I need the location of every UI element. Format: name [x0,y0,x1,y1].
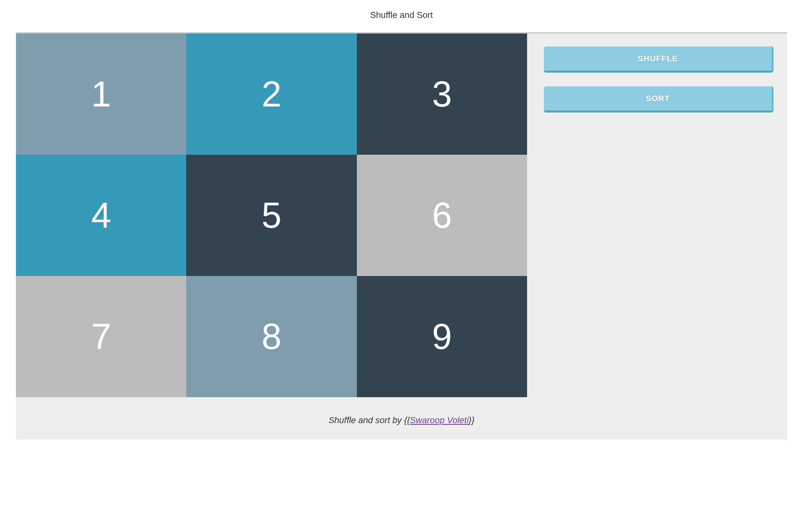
tile-6[interactable]: 6 [357,155,527,276]
main-container: 1 2 3 4 5 6 7 8 9 SHUFFLE SORT Shuffle a… [16,32,787,439]
content-row: 1 2 3 4 5 6 7 8 9 SHUFFLE SORT [16,33,787,397]
tile-2[interactable]: 2 [186,33,356,155]
author-brace-close: }} [468,415,474,425]
tile-8[interactable]: 8 [186,276,356,397]
tile-9[interactable]: 9 [357,276,527,397]
tile-grid: 1 2 3 4 5 6 7 8 9 [16,33,527,397]
tile-7[interactable]: 7 [16,276,186,397]
shuffle-button[interactable]: SHUFFLE [544,46,773,73]
tile-3[interactable]: 3 [357,33,527,155]
tile-1[interactable]: 1 [16,33,186,155]
tile-4[interactable]: 4 [16,155,186,276]
page-title: Shuffle and Sort [0,0,803,32]
sort-button[interactable]: SORT [544,86,773,112]
author-brace-open: {{ [404,415,410,425]
footer: Shuffle and sort by {{Swaroop Voleti}} [16,397,787,426]
footer-prefix: Shuffle and sort by [329,415,404,425]
controls-panel: SHUFFLE SORT [527,33,787,397]
tile-5[interactable]: 5 [186,155,356,276]
author-link[interactable]: Swaroop Voleti [410,415,468,425]
